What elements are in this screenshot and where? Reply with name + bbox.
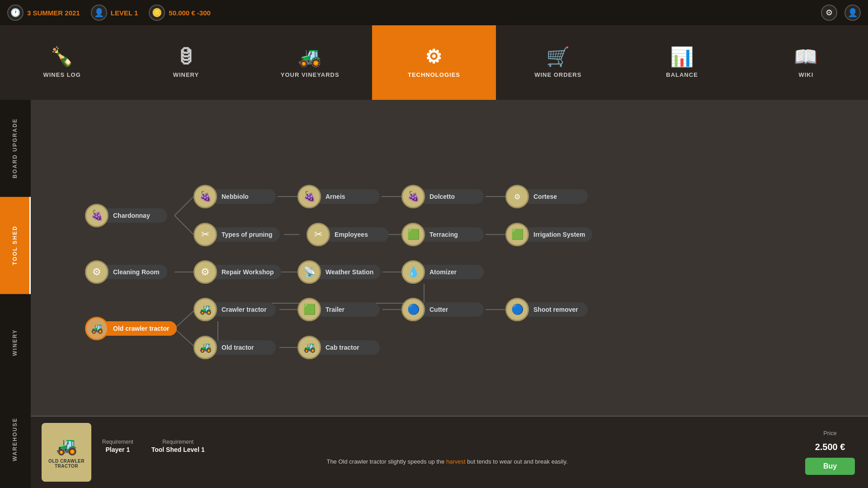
buy-button[interactable]: Buy — [805, 458, 855, 475]
node-cortese[interactable]: ⚙ Cortese — [505, 185, 588, 208]
technologies-icon: ⚙ — [425, 46, 443, 68]
money-label: 50.000 € -300 — [169, 9, 211, 17]
profile-button[interactable]: 👤 — [844, 5, 861, 21]
wiki-icon: 📖 — [794, 46, 818, 68]
cortese-icon: ⚙ — [505, 185, 529, 208]
old-tractor-label: Old tractor — [212, 340, 276, 355]
winery-label: WINERY — [173, 71, 199, 78]
req1-value: Player 1 — [105, 446, 130, 453]
employees-label: Employees — [326, 227, 389, 242]
nav-balance[interactable]: 📊 BALANCE — [620, 25, 744, 100]
winery-icon: 🛢 — [176, 46, 196, 68]
sidebar-warehouse[interactable]: WAREHOUSE — [0, 391, 31, 488]
req2-block: Requirement Tool Shed Level 1 — [151, 439, 205, 453]
trailer-label: Trailer — [316, 302, 380, 317]
sidebar-winery[interactable]: WINERY — [0, 294, 31, 391]
item-description: The Old crawler tractor slightly speeds … — [102, 458, 792, 466]
cleaning-room-icon: ⚙ — [85, 260, 108, 284]
svg-line-16 — [175, 328, 195, 347]
item-preview: 🚜 OLD CRAWLER TRACTOR — [42, 423, 91, 482]
types-pruning-icon: ✂ — [193, 223, 217, 246]
svg-line-0 — [175, 197, 193, 216]
old-crawler-label: Old crawler tractor — [104, 321, 177, 336]
node-cleaning-room[interactable]: ⚙ Cleaning Room — [85, 260, 167, 284]
req1-title: Requirement — [102, 439, 133, 445]
nav-wine-orders[interactable]: 🛒 WINE ORDERS — [496, 25, 620, 100]
node-repair-workshop[interactable]: ⚙ Repair Workshop — [193, 260, 281, 284]
top-bar-right: ⚙ 👤 — [821, 5, 861, 21]
season-icon: 🕐 — [7, 5, 24, 21]
atomizer-label: Atomizer — [420, 265, 484, 279]
repair-workshop-icon: ⚙ — [193, 260, 217, 284]
node-cutter[interactable]: 🔵 Cutter — [401, 298, 484, 321]
technologies-label: TECHNOLOGIES — [408, 71, 460, 78]
chardonnay-icon: 🍇 — [85, 204, 108, 227]
svg-line-1 — [175, 216, 193, 235]
req2-title: Requirement — [162, 439, 193, 445]
node-nebbiolo[interactable]: 🍇 Nebbiolo — [193, 185, 276, 208]
sidebar-tool-shed[interactable]: TOOL SHED — [0, 197, 31, 294]
balance-icon: 📊 — [670, 46, 694, 68]
crawler-tractor-label: Crawler tractor — [212, 302, 276, 317]
node-arneis[interactable]: 🍇 Arneis — [297, 185, 380, 208]
node-shoot-remover[interactable]: 🔵 Shoot remover — [505, 298, 588, 321]
nav-wines-log[interactable]: 🍾 WINES LOG — [0, 25, 124, 100]
cab-tractor-icon: 🚜 — [297, 336, 321, 359]
cortese-label: Cortese — [524, 189, 588, 204]
season-label: 3 SUMMER 2021 — [27, 9, 80, 17]
nav-winery[interactable]: 🛢 WINERY — [124, 25, 248, 100]
node-old-crawler[interactable]: 🚜 Old crawler tractor — [85, 317, 177, 340]
atomizer-icon: 💧 — [401, 260, 425, 284]
price-label: Price — [823, 430, 837, 436]
shoot-remover-icon: 🔵 — [505, 298, 529, 321]
main-area: BOARD UPGRADE TOOL SHED WINERY WAREHOUSE — [0, 100, 868, 488]
types-pruning-label: Types of pruning — [212, 227, 280, 242]
wine-orders-label: WINE ORDERS — [534, 71, 581, 78]
nav-bar: 🍾 WINES LOG 🛢 WINERY 🚜 YOUR VINEYARDS ⚙ … — [0, 25, 868, 100]
dolcetto-icon: 🍇 — [401, 185, 425, 208]
chardonnay-label: Chardonnay — [104, 208, 167, 223]
shoot-remover-label: Shoot remover — [524, 302, 588, 317]
node-terracing[interactable]: 🟩 Terracing — [401, 223, 484, 246]
node-irrigation[interactable]: 🟩 Irrigation System — [505, 223, 592, 246]
detail-info: Requirement Player 1 Requirement Tool Sh… — [102, 439, 792, 466]
nav-technologies[interactable]: ⚙ TECHNOLOGIES — [372, 25, 496, 100]
req2-value: Tool Shed Level 1 — [151, 446, 205, 453]
dolcetto-label: Dolcetto — [420, 189, 484, 204]
content-area: 🍇 Chardonnay 🍇 Nebbiolo 🍇 Arneis 🍇 Dolce… — [31, 100, 868, 488]
weather-station-icon: 📡 — [297, 260, 321, 284]
item-preview-label: OLD CRAWLER TRACTOR — [42, 459, 91, 469]
nav-wiki[interactable]: 📖 WIKI — [744, 25, 868, 100]
level-label: LEVEL 1 — [111, 9, 138, 17]
weather-station-label: Weather Station — [316, 265, 381, 279]
money-display: 🪙 50.000 € -300 — [149, 5, 211, 21]
crawler-tractor-icon: 🚜 — [193, 298, 217, 321]
employees-icon: ✂ — [307, 223, 330, 246]
irrigation-icon: 🟩 — [505, 223, 529, 246]
harvest-link: harvest — [446, 458, 466, 465]
sidebar-board-upgrade[interactable]: BOARD UPGRADE — [0, 100, 31, 197]
node-types-pruning[interactable]: ✂ Types of pruning — [193, 223, 280, 246]
vineyards-icon: 🚜 — [298, 46, 322, 68]
season-display: 🕐 3 SUMMER 2021 — [7, 5, 80, 21]
node-trailer[interactable]: 🟩 Trailer — [297, 298, 380, 321]
node-old-tractor[interactable]: 🚜 Old tractor — [193, 336, 276, 359]
node-weather-station[interactable]: 📡 Weather Station — [297, 260, 381, 284]
vineyards-label: YOUR VINEYARDS — [281, 71, 340, 78]
price-value: 2.500 € — [815, 442, 845, 452]
svg-line-15 — [175, 310, 195, 328]
cutter-icon: 🔵 — [401, 298, 425, 321]
node-atomizer[interactable]: 💧 Atomizer — [401, 260, 484, 284]
settings-button[interactable]: ⚙ — [821, 5, 837, 21]
price-section: Price 2.500 € Buy — [803, 430, 857, 475]
node-crawler-tractor[interactable]: 🚜 Crawler tractor — [193, 298, 276, 321]
money-icon: 🪙 — [149, 5, 165, 21]
node-cab-tractor[interactable]: 🚜 Cab tractor — [297, 336, 380, 359]
wiki-label: WIKI — [798, 71, 813, 78]
node-dolcetto[interactable]: 🍇 Dolcetto — [401, 185, 484, 208]
nav-vineyards[interactable]: 🚜 YOUR VINEYARDS — [248, 25, 372, 100]
node-employees[interactable]: ✂ Employees — [307, 223, 389, 246]
nebbiolo-icon: 🍇 — [193, 185, 217, 208]
node-chardonnay[interactable]: 🍇 Chardonnay — [85, 204, 167, 227]
player-icon: 👤 — [91, 5, 107, 21]
